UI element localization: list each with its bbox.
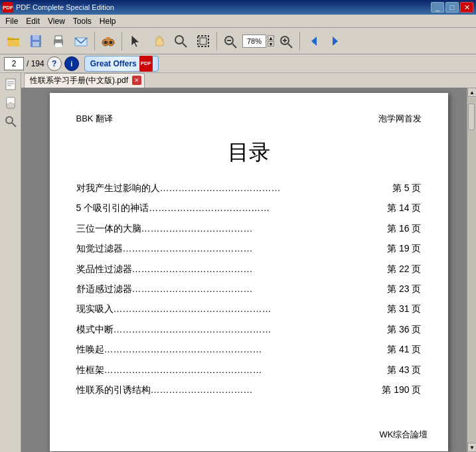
toc-list: 对我产生过影响的人………………………………… 第 5 页 5 个吸引引的神话……… — [76, 181, 422, 397]
svg-line-36 — [12, 123, 16, 127]
help-button[interactable]: ? — [47, 56, 62, 71]
forward-button[interactable] — [325, 31, 347, 52]
svg-rect-5 — [33, 42, 39, 46]
scroll-down-button[interactable]: ▼ — [467, 443, 476, 452]
snapshot-button[interactable] — [193, 31, 214, 52]
toc-page-3: 第 19 页 — [387, 241, 421, 256]
sidebar-page-btn[interactable] — [2, 76, 19, 93]
svg-marker-28 — [333, 37, 338, 46]
hand-icon — [151, 34, 165, 48]
toc-item: 三位一体的大脑……………………………… 第 16 页 — [76, 221, 422, 236]
pdf-area: 性联系学习手册(中文版).pdf ✕ BBK 翻译 泡学网首发 目录 对我产生过… — [21, 73, 476, 452]
toc-title-9: 性框架…………………………………………… — [76, 362, 262, 377]
bookmark-sidebar-icon — [4, 96, 17, 110]
main-area: 性联系学习手册(中文版).pdf ✕ BBK 翻译 泡学网首发 目录 对我产生过… — [0, 73, 476, 452]
menu-tools[interactable]: Tools — [69, 15, 96, 27]
print-button[interactable] — [48, 31, 69, 52]
svg-rect-19 — [200, 38, 206, 44]
svg-marker-15 — [131, 35, 139, 47]
file-tab[interactable]: 性联系学习手册(中文版).pdf ✕ — [24, 73, 145, 88]
zoom-button[interactable] — [170, 31, 191, 52]
back-button[interactable] — [303, 31, 324, 52]
tab-close-button[interactable]: ✕ — [132, 76, 141, 85]
hand-button[interactable] — [147, 31, 169, 52]
zoom-input[interactable] — [242, 35, 266, 48]
zoom-up[interactable]: ▲ — [268, 35, 274, 40]
open-button[interactable] — [3, 31, 24, 52]
toc-title-7: 模式中断…………………………………………… — [76, 322, 272, 337]
info-button[interactable]: i — [64, 56, 79, 71]
menu-file[interactable]: File — [1, 15, 22, 27]
svg-point-35 — [6, 117, 13, 123]
pdf-header-right: 泡学网首发 — [378, 113, 422, 125]
toc-title-10: 性联系的引诱结构…………………………… — [76, 382, 253, 397]
svg-point-14 — [110, 40, 113, 44]
menu-help[interactable]: Help — [96, 15, 120, 27]
menu-edit[interactable]: Edit — [22, 15, 44, 27]
toc-item: 性联系的引诱结构…………………………… 第 190 页 — [76, 382, 422, 397]
toc-item: 舒适感过滤器………………………………… 第 23 页 — [76, 281, 422, 296]
separator-1 — [94, 32, 95, 50]
tab-filename: 性联系学习手册(中文版).pdf — [30, 75, 128, 86]
toc-title-0: 对我产生过影响的人………………………………… — [76, 181, 281, 195]
svg-line-21 — [232, 44, 236, 48]
toc-page-2: 第 16 页 — [387, 221, 421, 236]
toc-item: 现实吸入…………………………………………… 第 31 页 — [76, 301, 422, 316]
svg-rect-12 — [106, 37, 110, 41]
zoom-out-button[interactable] — [220, 31, 241, 52]
email-button[interactable] — [70, 31, 92, 52]
toc-item: 知觉过滤器…………………………………… 第 19 页 — [76, 241, 422, 256]
svg-marker-27 — [311, 37, 317, 46]
scroll-thumb[interactable] — [468, 104, 475, 130]
window-controls[interactable]: _ □ ✕ — [431, 2, 473, 13]
page-number-input[interactable]: 2 — [4, 57, 24, 70]
email-icon — [74, 34, 88, 48]
toc-title-6: 现实吸入…………………………………………… — [76, 301, 272, 316]
menu-bar: File Edit View Tools Help — [0, 15, 476, 28]
sidebar-bookmark-btn[interactable] — [2, 94, 19, 112]
binoculars-button[interactable] — [98, 31, 119, 52]
close-button[interactable]: ✕ — [460, 2, 473, 13]
zoom-spinners: ▲ ▼ — [268, 35, 274, 46]
scroll-up-button[interactable]: ▲ — [467, 88, 476, 97]
svg-rect-0 — [7, 37, 13, 38]
snapshot-icon — [196, 34, 210, 48]
sidebar-search-btn[interactable] — [2, 113, 19, 130]
toc-title-4: 奖品性过滤器………………………………… — [76, 262, 253, 276]
scrollbar[interactable]: ▲ ▼ — [467, 88, 476, 452]
forward-icon — [329, 34, 343, 48]
menu-view[interactable]: View — [44, 15, 69, 27]
select-icon — [128, 34, 143, 48]
toc-page-5: 第 23 页 — [387, 281, 421, 296]
toc-title-2: 三位一体的大脑……………………………… — [76, 221, 253, 236]
open-icon — [6, 34, 21, 48]
save-button[interactable] — [25, 31, 46, 52]
zoom-in-button[interactable] — [276, 31, 297, 52]
zoom-in-icon — [279, 34, 293, 48]
minimize-button[interactable]: _ — [431, 2, 444, 13]
toc-title-5: 舒适感过滤器………………………………… — [76, 281, 253, 296]
offers-banner[interactable]: Great Offers PDF — [84, 56, 159, 72]
back-icon — [306, 34, 321, 48]
pdf-page: BBK 翻译 泡学网首发 目录 对我产生过影响的人………………………………… 第… — [50, 93, 448, 451]
zoom-down[interactable]: ▼ — [268, 41, 274, 46]
app-icon: PDF — [3, 2, 13, 13]
scroll-track[interactable] — [467, 97, 476, 443]
search-sidebar-icon — [4, 115, 17, 128]
select-button[interactable] — [125, 31, 146, 52]
page-sidebar-icon — [4, 78, 17, 91]
toolbar: ▲ ▼ — [0, 28, 476, 54]
maximize-button[interactable]: □ — [445, 2, 459, 13]
pdf-footer: WK综合論壇 — [380, 429, 428, 441]
pdf-header-left: BBK 翻译 — [76, 113, 114, 125]
svg-rect-4 — [33, 35, 39, 40]
zoom-control: ▲ ▼ — [242, 35, 274, 48]
print-icon — [51, 34, 66, 48]
page-total: / 194 — [27, 59, 44, 68]
svg-rect-7 — [55, 36, 62, 40]
toc-item: 性唤起…………………………………………… 第 41 页 — [76, 342, 422, 356]
svg-rect-8 — [55, 43, 62, 47]
toc-page-0: 第 5 页 — [392, 181, 422, 195]
toc-item: 模式中断…………………………………………… 第 36 页 — [76, 322, 422, 337]
separator-2 — [121, 32, 122, 50]
